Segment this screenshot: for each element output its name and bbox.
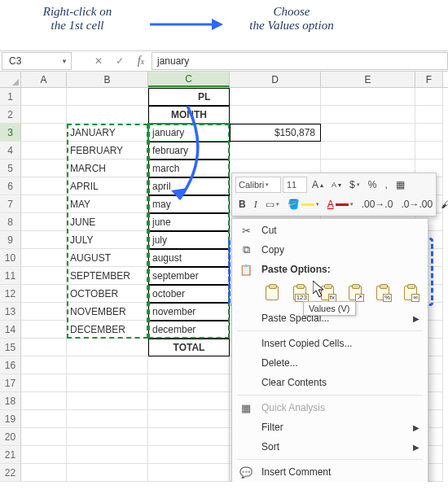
col-header-B[interactable]: B — [67, 72, 148, 87]
cell-B12[interactable]: OCTOBER — [67, 285, 148, 303]
row-header[interactable]: 4 — [0, 142, 21, 160]
cell-F2[interactable] — [415, 106, 443, 124]
cell-A11[interactable] — [21, 267, 67, 285]
accept-formula-icon[interactable]: ✓ — [109, 52, 130, 70]
row-header[interactable]: 22 — [0, 464, 21, 482]
percent-format-icon[interactable]: % — [365, 178, 380, 191]
row-header[interactable]: 8 — [0, 213, 21, 231]
row-header[interactable]: 6 — [0, 177, 21, 195]
border-button[interactable]: ▭▾ — [262, 198, 283, 211]
cell-A17[interactable] — [21, 374, 67, 392]
fill-color-button[interactable]: 🪣▾ — [284, 198, 323, 211]
cell-B18[interactable] — [67, 392, 148, 410]
cell-A10[interactable] — [21, 249, 67, 267]
cell-B17[interactable] — [67, 374, 148, 392]
font-selector[interactable]: Calibri▾ — [235, 177, 281, 193]
fx-icon[interactable]: fx — [130, 52, 152, 70]
ctx-insert-comment[interactable]: 💬 Insert Comment — [232, 462, 428, 482]
row-header[interactable]: 9 — [0, 231, 21, 249]
cell-C16[interactable] — [148, 356, 230, 374]
cell-C21[interactable] — [148, 446, 230, 464]
cell-C6[interactable]: april — [148, 177, 230, 195]
cell-A22[interactable] — [21, 464, 67, 482]
cell-A14[interactable] — [21, 321, 67, 339]
row-header[interactable]: 7 — [0, 195, 21, 213]
ctx-delete[interactable]: Delete... — [232, 353, 428, 373]
cell-F3[interactable] — [415, 124, 443, 142]
cell-C20[interactable] — [148, 428, 230, 446]
cell-B13[interactable]: NOVEMBER — [67, 303, 148, 321]
cell-C1[interactable]: PL — [148, 88, 230, 106]
cell-A21[interactable] — [21, 446, 67, 464]
format-painter-icon[interactable]: 🖌 — [437, 198, 448, 211]
cell-B4[interactable]: FEBRUARY — [67, 142, 148, 160]
cell-C14[interactable]: december — [148, 321, 230, 339]
cell-C17[interactable] — [148, 374, 230, 392]
name-box[interactable]: C3 ▼ — [2, 52, 72, 70]
comma-format-icon[interactable]: , — [381, 178, 390, 191]
cell-A19[interactable] — [21, 410, 67, 428]
cell-A18[interactable] — [21, 392, 67, 410]
row-header[interactable]: 10 — [0, 249, 21, 267]
row-header[interactable]: 1 — [0, 88, 21, 106]
cell-C11[interactable]: september — [148, 267, 230, 285]
cell-A9[interactable] — [21, 231, 67, 249]
cell-B5[interactable]: MARCH — [67, 160, 148, 177]
cell-C4[interactable]: february — [148, 142, 230, 160]
col-header-A[interactable]: A — [21, 72, 67, 87]
increase-decimal-icon[interactable]: .0→.00 — [397, 198, 436, 211]
row-header[interactable]: 11 — [0, 267, 21, 285]
ctx-insert-copied[interactable]: Insert Copied Cells... — [232, 334, 428, 353]
formula-input[interactable]: january — [152, 52, 448, 70]
cell-A5[interactable] — [21, 160, 67, 177]
cell-C3[interactable]: january — [148, 124, 230, 142]
select-all-corner[interactable] — [0, 72, 21, 87]
cell-B15[interactable] — [67, 339, 148, 356]
cell-B19[interactable] — [67, 410, 148, 428]
cell-A16[interactable] — [21, 356, 67, 374]
row-header[interactable]: 20 — [0, 428, 21, 446]
cell-A4[interactable] — [21, 142, 67, 160]
cell-C13[interactable]: november — [148, 303, 230, 321]
row-header[interactable]: 17 — [0, 374, 21, 392]
col-header-F[interactable]: F — [415, 72, 443, 87]
cell-A12[interactable] — [21, 285, 67, 303]
cancel-formula-icon[interactable]: ✕ — [88, 52, 109, 70]
cell-D4[interactable] — [230, 142, 321, 160]
cell-D3[interactable] — [230, 124, 321, 142]
cell-C8[interactable]: june — [148, 213, 230, 231]
cell-F1[interactable] — [415, 88, 443, 106]
row-header[interactable]: 16 — [0, 356, 21, 374]
cell-B6[interactable]: APRIL — [67, 177, 148, 195]
row-header[interactable]: 14 — [0, 321, 21, 339]
cell-B2[interactable] — [67, 106, 148, 124]
ctx-copy[interactable]: ⧉ Copy — [232, 240, 428, 260]
cell-B22[interactable] — [67, 464, 148, 482]
cell-E3[interactable] — [321, 124, 415, 142]
cell-A7[interactable] — [21, 195, 67, 213]
cell-C19[interactable] — [148, 410, 230, 428]
cell-D2[interactable] — [230, 106, 321, 124]
increase-font-icon[interactable]: A▴ — [309, 178, 327, 191]
row-header[interactable]: 19 — [0, 410, 21, 428]
cell-C12[interactable]: october — [148, 285, 230, 303]
paste-option-link[interactable]: ∞ — [400, 282, 421, 304]
cell-B16[interactable] — [67, 356, 148, 374]
cell-B11[interactable]: SEPTEMBER — [67, 267, 148, 285]
paste-option-formatting[interactable]: % — [372, 282, 393, 304]
cell-B8[interactable]: JUNE — [67, 213, 148, 231]
cell-A2[interactable] — [21, 106, 67, 124]
row-header[interactable]: 3 — [0, 124, 21, 142]
ctx-sort[interactable]: Sort ▶ — [232, 437, 428, 457]
cell-C18[interactable] — [148, 392, 230, 410]
cell-A13[interactable] — [21, 303, 67, 321]
col-header-E[interactable]: E — [321, 72, 415, 87]
decrease-decimal-icon[interactable]: .00→.0 — [358, 198, 397, 211]
font-size-selector[interactable]: 11 — [283, 177, 307, 193]
cell-E2[interactable] — [321, 106, 415, 124]
font-color-button[interactable]: A▾ — [324, 198, 357, 211]
row-header[interactable]: 5 — [0, 160, 21, 177]
italic-button[interactable]: I — [251, 198, 261, 212]
cell-E4[interactable] — [321, 142, 415, 160]
cell-A15[interactable] — [21, 339, 67, 356]
